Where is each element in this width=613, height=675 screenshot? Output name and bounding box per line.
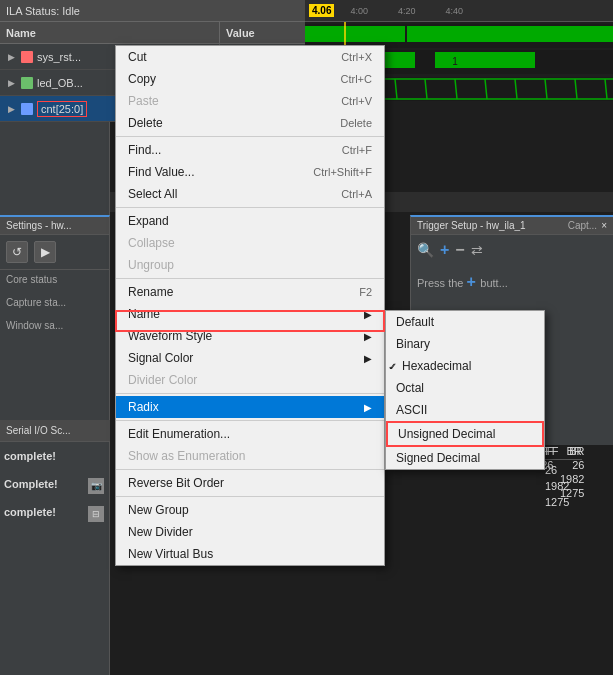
trigger-icons-bar: 🔍 + − ⇄ [411,235,613,265]
menu-paste-label: Paste [128,94,159,108]
radix-item-octal[interactable]: Octal [386,377,544,399]
radix-item-ascii[interactable]: ASCII [386,399,544,421]
radix-submenu: Default Binary ✓ Hexadecimal Octal ASCII… [385,310,545,470]
trigger-search-icon: 🔍 [417,242,434,258]
menu-item-signal-color[interactable]: Signal Color ▶ [116,347,384,369]
menu-item-edit-enum[interactable]: Edit Enumeration... [116,423,384,445]
expand-icon-cnt: ▶ [8,104,15,114]
signal-icon-led-ob [21,77,33,89]
right-val-2: 1982 [545,480,569,492]
menu-name-label: Name [128,307,160,321]
menu-paste-shortcut: Ctrl+V [341,95,372,107]
menu-cut-shortcut: Ctrl+X [341,51,372,63]
radix-default-label: Default [396,315,434,329]
trigger-title-bar: Trigger Setup - hw_ila_1 Capt... × [411,217,613,235]
menu-waveform-style-label: Waveform Style [128,329,212,343]
br-col-header: BR [566,445,581,457]
menu-item-find-value[interactable]: Find Value... Ctrl+Shift+F [116,161,384,183]
menu-item-select-all[interactable]: Select All Ctrl+A [116,183,384,205]
signal-label-cnt: cnt[25:0] [37,101,87,117]
radix-item-hex[interactable]: ✓ Hexadecimal [386,355,544,377]
ila-status-bar: ILA Status: Idle [0,0,305,22]
signal-icon-cnt [21,103,33,115]
menu-sep-5 [116,420,384,421]
trigger-press-text: Press the + butt... [411,265,613,299]
menu-item-find[interactable]: Find... Ctrl+F [116,139,384,161]
radix-item-unsigned-decimal[interactable]: Unsigned Decimal [386,421,544,447]
waveform-time-header: 4.06 4:00 4:20 4:40 [305,0,613,22]
trigger-close-button[interactable]: × [601,220,607,231]
menu-item-name[interactable]: Name ▶ [116,303,384,325]
menu-item-rename[interactable]: Rename F2 [116,281,384,303]
menu-reverse-bit-label: Reverse Bit Order [128,476,224,490]
menu-divider-color-label: Divider Color [128,373,197,387]
led-value-label: 1 [452,56,458,67]
menu-item-new-divider[interactable]: New Divider [116,521,384,543]
menu-copy-shortcut: Ctrl+C [341,73,372,85]
menu-item-waveform-style[interactable]: Waveform Style ▶ [116,325,384,347]
menu-find-value-label: Find Value... [128,165,194,179]
menu-item-reverse-bit[interactable]: Reverse Bit Order [116,472,384,494]
serial-io-bar: Serial I/O Sc... [0,420,110,442]
settings-icons-bar: ↺ ▶ [0,235,109,270]
menu-delete-shortcut: Delete [340,117,372,129]
menu-item-expand[interactable]: Expand [116,210,384,232]
radix-ascii-label: ASCII [396,403,427,417]
menu-sep-7 [116,496,384,497]
value-column-header: Value [220,22,305,43]
trigger-inline-plus: + [467,273,481,290]
time-marker-440: 4:40 [446,6,464,16]
menu-cut-label: Cut [128,50,147,64]
menu-item-radix[interactable]: Radix ▶ [116,396,384,418]
menu-new-group-label: New Group [128,503,189,517]
menu-item-collapse: Collapse [116,232,384,254]
radix-item-binary[interactable]: Binary [386,333,544,355]
menu-item-delete[interactable]: Delete Delete [116,112,384,134]
trigger-title-text: Trigger Setup - hw_ila_1 [417,220,526,231]
menu-delete-label: Delete [128,116,163,130]
menu-find-value-shortcut: Ctrl+Shift+F [313,166,372,178]
settings-panel: Settings - hw... ↺ ▶ Core status Capture… [0,215,110,445]
right-val-1: 26 [545,464,557,476]
menu-item-copy[interactable]: Copy Ctrl+C [116,68,384,90]
menu-item-new-group[interactable]: New Group [116,499,384,521]
name-column-header: Name [0,22,220,43]
menu-sep-6 [116,469,384,470]
complete-icon-1: 📷 [88,478,104,494]
menu-item-cut[interactable]: Cut Ctrl+X [116,46,384,68]
menu-ungroup-label: Ungroup [128,258,174,272]
menu-find-label: Find... [128,143,161,157]
radix-hex-label: Hexadecimal [402,359,471,373]
radix-binary-label: Binary [396,337,430,351]
menu-name-arrow: ▶ [364,309,372,320]
menu-sep-3 [116,278,384,279]
ff-col-header: FF [545,445,558,457]
signal-icon-sys-rst [21,51,33,63]
svg-rect-1 [305,26,405,42]
menu-collapse-label: Collapse [128,236,175,250]
radix-unsigned-decimal-label: Unsigned Decimal [398,427,495,441]
menu-new-divider-label: New Divider [128,525,193,539]
menu-show-enum-label: Show as Enumeration [128,449,245,463]
serial-io-label: Serial I/O Sc... [6,425,70,436]
menu-item-new-virtual-bus[interactable]: New Virtual Bus [116,543,384,565]
trigger-config-icon[interactable]: ⇄ [471,242,483,258]
signal-label-sys-rst: sys_rst... [37,51,81,63]
menu-item-paste: Paste Ctrl+V [116,90,384,112]
trigger-minus-icon[interactable]: − [455,241,464,259]
menu-waveform-style-arrow: ▶ [364,331,372,342]
svg-rect-2 [407,26,613,42]
radix-item-default[interactable]: Default [386,311,544,333]
svg-rect-6 [435,52,535,68]
menu-signal-color-label: Signal Color [128,351,193,365]
right-val-3: 1275 [545,496,569,508]
window-samples-label: Window sa... [0,316,109,333]
trigger-plus-button[interactable]: + [440,241,449,259]
menu-sep-4 [116,393,384,394]
recycle-button[interactable]: ↺ [6,241,28,263]
play-button[interactable]: ▶ [34,241,56,263]
right-data-panel: FF BR 26 1982 1275 [545,445,582,508]
expand-icon-sys-rst: ▶ [8,52,15,62]
signal-label-led-ob: led_OB... [37,77,83,89]
radix-item-signed-decimal[interactable]: Signed Decimal [386,447,544,469]
